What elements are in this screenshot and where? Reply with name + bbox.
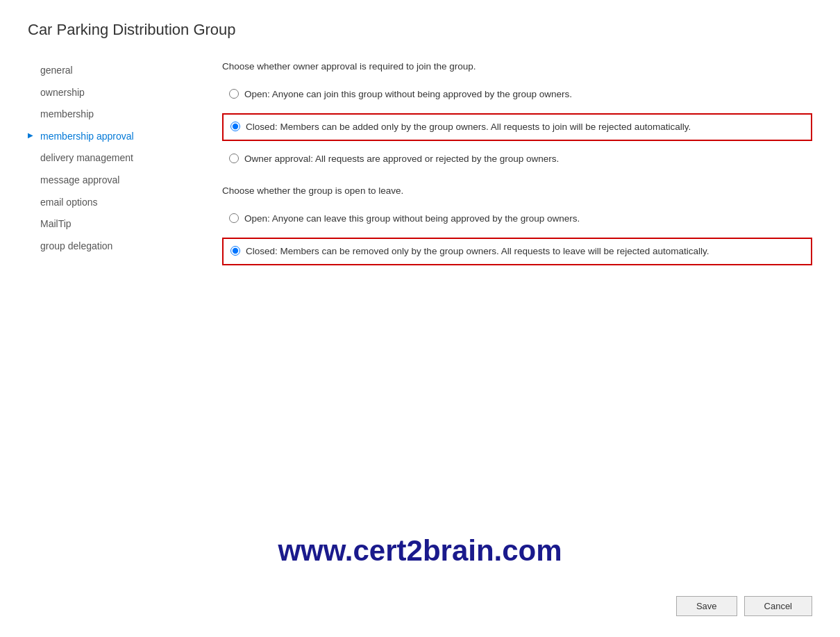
main-content: Choose whether owner approval is require… bbox=[208, 60, 812, 616]
leave-radio-leave-open[interactable] bbox=[229, 213, 239, 223]
sidebar-item-ownership[interactable]: ownership bbox=[28, 82, 194, 104]
sidebar-item-membership[interactable]: membership bbox=[28, 104, 194, 126]
leave-label-leave-open: Open: Anyone can leave this group withou… bbox=[244, 212, 580, 226]
leave-option-leave-open[interactable]: Open: Anyone can leave this group withou… bbox=[222, 206, 812, 231]
sidebar-item-message-approval[interactable]: message approval bbox=[28, 169, 194, 192]
leave-options: Open: Anyone can leave this group withou… bbox=[222, 206, 812, 265]
join-radio-join-open[interactable] bbox=[229, 89, 239, 99]
leave-radio-leave-closed[interactable] bbox=[230, 246, 240, 256]
dialog-body: generalownershipmembershipmembership app… bbox=[28, 60, 812, 616]
join-radio-join-closed[interactable] bbox=[230, 122, 240, 131]
leave-section-desc: Choose whether the group is open to leav… bbox=[222, 184, 812, 198]
join-label-join-open: Open: Anyone can join this group without… bbox=[244, 88, 572, 101]
leave-section: Choose whether the group is open to leav… bbox=[222, 184, 812, 265]
sidebar-item-email-options[interactable]: email options bbox=[28, 192, 194, 214]
sidebar-item-delivery-management[interactable]: delivery management bbox=[28, 147, 194, 169]
sidebar-item-group-delegation[interactable]: group delegation bbox=[28, 235, 194, 258]
join-section-desc: Choose whether owner approval is require… bbox=[222, 60, 812, 74]
sidebar: generalownershipmembershipmembership app… bbox=[28, 60, 208, 616]
dialog-title: Car Parking Distribution Group bbox=[28, 21, 812, 39]
cancel-button[interactable]: Cancel bbox=[744, 596, 812, 616]
sidebar-item-general[interactable]: general bbox=[28, 60, 194, 82]
join-label-join-owner: Owner approval: All requests are approve… bbox=[244, 152, 559, 166]
sidebar-item-membership-approval[interactable]: membership approval bbox=[28, 126, 194, 148]
leave-label-leave-closed: Closed: Members can be removed only by t… bbox=[246, 245, 709, 258]
sidebar-item-mailtip[interactable]: MailTip bbox=[28, 213, 194, 235]
join-option-join-owner[interactable]: Owner approval: All requests are approve… bbox=[222, 147, 812, 172]
dialog-footer: Save Cancel bbox=[676, 596, 812, 616]
join-radio-join-owner[interactable] bbox=[229, 154, 239, 163]
join-option-join-open[interactable]: Open: Anyone can join this group without… bbox=[222, 82, 812, 107]
join-label-join-closed: Closed: Members can be added only by the… bbox=[246, 120, 691, 134]
save-button[interactable]: Save bbox=[676, 596, 737, 616]
leave-option-leave-closed[interactable]: Closed: Members can be removed only by t… bbox=[222, 238, 812, 265]
watermark: www.cert2brain.com bbox=[0, 534, 840, 568]
join-options: Open: Anyone can join this group without… bbox=[222, 82, 812, 172]
join-option-join-closed[interactable]: Closed: Members can be added only by the… bbox=[222, 113, 812, 141]
